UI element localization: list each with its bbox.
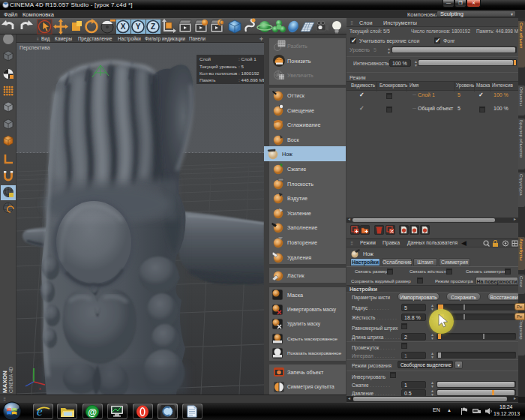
svg-text:Y: Y [136,22,141,31]
svg-text:Текущий уровень: Текущий уровень [200,64,237,69]
svg-text:@: @ [88,407,97,418]
svg-text:e: e [37,405,43,418]
svg-text:Z: Z [151,22,155,31]
svg-text:: 448.898 МБ: : 448.898 МБ [238,77,264,82]
svg-text:: 5: : 5 [238,64,244,69]
svg-text:: 1800192: : 1800192 [238,70,260,76]
svg-text:Перспектива: Перспектива [20,45,50,51]
svg-text:: Слой 1: : Слой 1 [238,56,256,62]
svg-text:Кол-во полигонов: Кол-во полигонов [200,70,238,76]
svg-text:Слой: Слой [200,56,212,62]
svg-text:CINEMA 4D: CINEMA 4D [8,367,14,393]
svg-text:MAXON: MAXON [2,370,8,393]
svg-text:X: X [121,22,126,31]
svg-text:Память: Память [200,77,216,82]
